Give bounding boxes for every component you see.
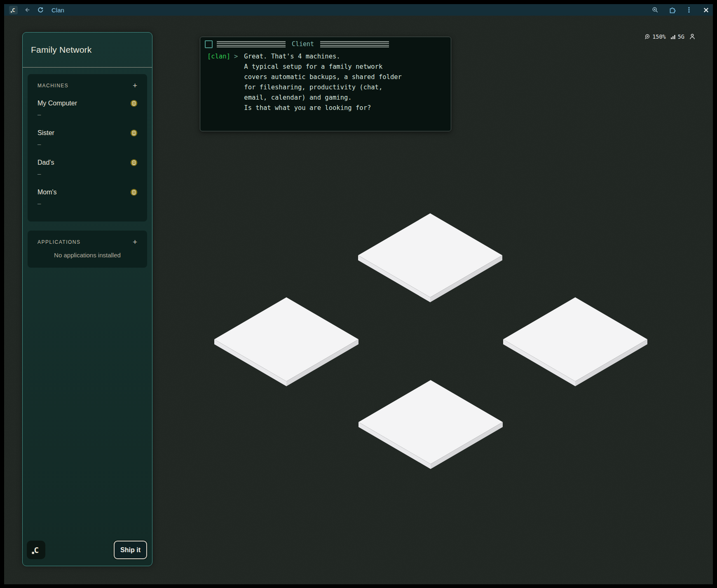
network-title: Family Network [31,45,91,55]
alert-status-icon [131,100,137,107]
app-window: C Clan [0,0,717,588]
machine-name: Mom's [37,189,57,196]
app-surface: C Clan [4,4,713,584]
alert-status-icon [131,189,137,196]
terminal-line: Is that what you are looking for? [244,103,402,113]
zoom-page-icon[interactable] [651,6,659,14]
applications-header: APPLICATIONS [37,239,80,245]
titlebar-stripes [217,41,286,47]
machines-header: MACHINES [37,83,68,89]
terminal-output: [clan] > Great. That's 4 machines. A typ… [200,51,451,113]
svg-text:C: C [12,7,15,13]
titlebar-stripes [320,41,389,47]
machine-row[interactable]: Dad's – [37,159,137,189]
machines-panel: MACHINES + My Computer [28,74,147,222]
machine-name: My Computer [37,100,77,107]
machine-name: Sister [37,129,54,137]
applications-empty-message: No applications installed [28,252,147,259]
machine-detail: – [37,111,137,118]
machine-tile[interactable] [358,380,503,469]
clan-logo: C [27,541,45,559]
terminal-checkbox[interactable] [205,40,213,48]
menu-kebab-icon[interactable] [685,6,693,14]
zoom-indicator[interactable]: 150% [644,33,666,40]
terminal-title: Client [290,40,316,48]
machine-detail: – [37,140,137,147]
clan-logo-icon: C [9,6,18,14]
machine-detail: – [37,200,137,207]
user-icon[interactable] [689,33,696,40]
terminal-titlebar[interactable]: Client [200,37,451,51]
machine-detail: – [37,170,137,177]
ship-it-button[interactable]: Ship it [114,541,147,559]
extensions-icon[interactable] [668,6,676,14]
alert-status-icon [131,159,137,166]
back-icon[interactable] [23,6,31,14]
view-statusbar: 150% 5G [644,33,696,40]
machine-row[interactable]: Sister – [37,129,137,159]
machine-row[interactable]: Mom's – [37,189,137,218]
network-indicator: 5G [670,33,684,40]
terminal-line: for filesharing, productivity (chat, [244,82,402,93]
browser-titlebar: C Clan [4,4,713,16]
sidebar: Family Network MACHINES + My Computer [22,32,152,566]
close-icon[interactable] [702,6,710,14]
page-title: Clan [52,7,64,14]
terminal-line: covers automatic backups, a shared folde… [244,72,402,82]
prompt-arrow: > [234,51,238,113]
alert-status-icon [131,130,137,136]
machine-row[interactable]: My Computer – [37,100,137,129]
machine-tile[interactable] [503,297,647,386]
machine-tile[interactable] [358,213,502,302]
zoom-in-icon [644,34,651,40]
terminal-prompt: [clan] [207,51,230,113]
sidebar-footer: C Ship it [27,541,147,559]
terminal-line: Great. That's 4 machines. [244,51,402,62]
svg-text:C: C [34,546,39,555]
terminal-line: A typical setup for a family network [244,62,402,72]
add-machine-button[interactable]: + [133,82,137,89]
refresh-icon[interactable] [37,6,44,14]
add-application-button[interactable]: + [133,239,137,245]
machine-name: Dad's [37,159,54,166]
terminal-line: email, calendar) and gaming. [244,93,402,103]
zoom-level: 150% [652,33,666,40]
client-terminal-window: Client [clan] > Great. That's 4 machines… [200,37,451,131]
applications-panel: APPLICATIONS + No applications installed [28,231,147,268]
machine-tile[interactable] [214,297,358,386]
network-label: 5G [678,33,684,40]
signal-bars-icon [670,34,676,40]
sidebar-header: Family Network [23,33,152,68]
